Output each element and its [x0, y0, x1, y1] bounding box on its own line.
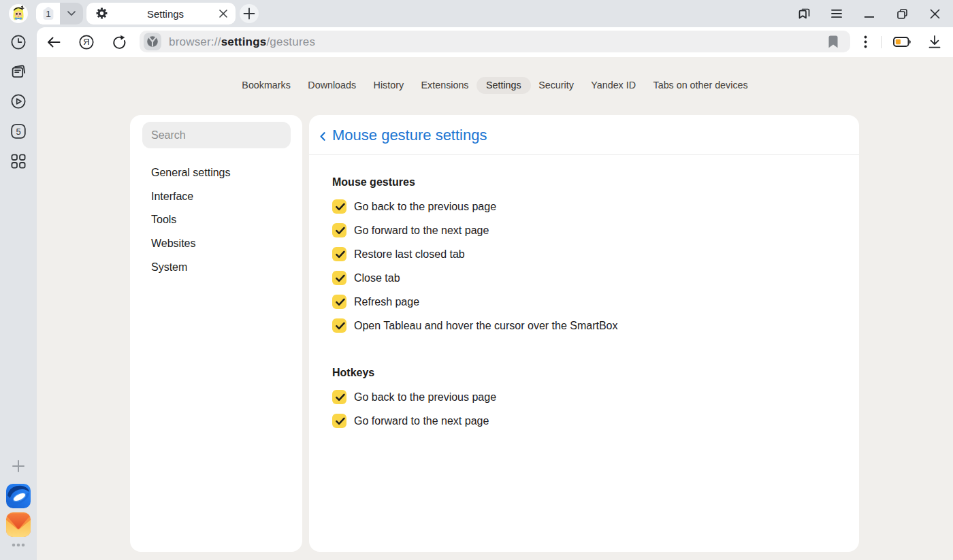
svg-text:1: 1 [46, 9, 51, 19]
svg-text:5: 5 [16, 127, 20, 137]
svg-text:Я: Я [83, 37, 89, 47]
